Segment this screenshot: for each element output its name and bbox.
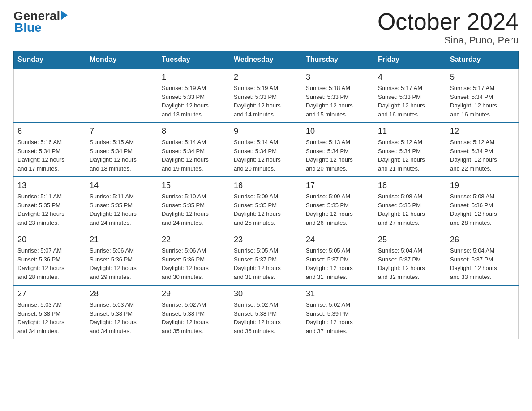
calendar-cell [14,68,86,123]
calendar-week-row: 6Sunrise: 5:16 AM Sunset: 5:34 PM Daylig… [14,123,519,177]
day-info: Sunrise: 5:09 AM Sunset: 5:35 PM Dayligh… [306,192,370,227]
calendar-cell: 4Sunrise: 5:17 AM Sunset: 5:33 PM Daylig… [374,68,446,123]
calendar-header-sunday: Sunday [14,51,86,69]
day-number: 25 [378,235,442,244]
day-info: Sunrise: 5:02 AM Sunset: 5:38 PM Dayligh… [234,300,298,335]
calendar-header-saturday: Saturday [446,51,519,69]
day-number: 26 [450,235,515,244]
calendar-cell: 13Sunrise: 5:11 AM Sunset: 5:35 PM Dayli… [14,177,86,231]
day-info: Sunrise: 5:07 AM Sunset: 5:36 PM Dayligh… [17,246,82,281]
day-number: 13 [17,181,82,190]
page-title: October 2024 [378,9,519,34]
day-number: 23 [234,235,298,244]
day-number: 31 [306,289,370,299]
calendar-header-row: SundayMondayTuesdayWednesdayThursdayFrid… [14,51,519,69]
calendar-cell: 19Sunrise: 5:08 AM Sunset: 5:36 PM Dayli… [446,177,519,231]
day-info: Sunrise: 5:05 AM Sunset: 5:37 PM Dayligh… [306,246,370,281]
day-info: Sunrise: 5:19 AM Sunset: 5:33 PM Dayligh… [162,84,226,119]
day-info: Sunrise: 5:03 AM Sunset: 5:38 PM Dayligh… [17,300,82,335]
calendar-cell: 10Sunrise: 5:13 AM Sunset: 5:34 PM Dayli… [302,123,374,177]
calendar-cell: 3Sunrise: 5:18 AM Sunset: 5:33 PM Daylig… [302,68,374,123]
day-info: Sunrise: 5:15 AM Sunset: 5:34 PM Dayligh… [90,138,154,173]
header: General Blue October 2024 Sina, Puno, Pe… [13,9,519,46]
calendar-cell [86,68,158,123]
day-info: Sunrise: 5:11 AM Sunset: 5:35 PM Dayligh… [17,192,82,227]
calendar-cell: 23Sunrise: 5:05 AM Sunset: 5:37 PM Dayli… [230,231,302,285]
calendar-week-row: 27Sunrise: 5:03 AM Sunset: 5:38 PM Dayli… [14,285,519,339]
day-info: Sunrise: 5:14 AM Sunset: 5:34 PM Dayligh… [162,138,226,173]
day-number: 19 [450,181,515,190]
day-info: Sunrise: 5:12 AM Sunset: 5:34 PM Dayligh… [450,138,515,173]
day-number: 14 [90,181,154,190]
calendar-week-row: 13Sunrise: 5:11 AM Sunset: 5:35 PM Dayli… [14,177,519,231]
calendar-cell: 8Sunrise: 5:14 AM Sunset: 5:34 PM Daylig… [158,123,230,177]
day-info: Sunrise: 5:18 AM Sunset: 5:33 PM Dayligh… [306,84,370,119]
day-info: Sunrise: 5:17 AM Sunset: 5:33 PM Dayligh… [378,84,442,119]
day-info: Sunrise: 5:03 AM Sunset: 5:38 PM Dayligh… [90,300,154,335]
calendar-header-wednesday: Wednesday [230,51,302,69]
calendar-cell: 5Sunrise: 5:17 AM Sunset: 5:34 PM Daylig… [446,68,519,123]
day-number: 9 [234,127,298,136]
calendar-week-row: 20Sunrise: 5:07 AM Sunset: 5:36 PM Dayli… [14,231,519,285]
calendar-cell: 15Sunrise: 5:10 AM Sunset: 5:35 PM Dayli… [158,177,230,231]
day-number: 8 [162,127,226,136]
day-info: Sunrise: 5:02 AM Sunset: 5:39 PM Dayligh… [306,300,370,335]
day-info: Sunrise: 5:13 AM Sunset: 5:34 PM Dayligh… [306,138,370,173]
day-info: Sunrise: 5:05 AM Sunset: 5:37 PM Dayligh… [234,246,298,281]
logo: General Blue [13,9,68,35]
day-info: Sunrise: 5:12 AM Sunset: 5:34 PM Dayligh… [378,138,442,173]
day-number: 28 [90,289,154,299]
calendar-cell: 20Sunrise: 5:07 AM Sunset: 5:36 PM Dayli… [14,231,86,285]
calendar-header-thursday: Thursday [302,51,374,69]
calendar-cell: 18Sunrise: 5:08 AM Sunset: 5:35 PM Dayli… [374,177,446,231]
calendar-week-row: 1Sunrise: 5:19 AM Sunset: 5:33 PM Daylig… [14,68,519,123]
calendar-cell: 21Sunrise: 5:06 AM Sunset: 5:36 PM Dayli… [86,231,158,285]
calendar-cell: 11Sunrise: 5:12 AM Sunset: 5:34 PM Dayli… [374,123,446,177]
calendar-cell: 28Sunrise: 5:03 AM Sunset: 5:38 PM Dayli… [86,285,158,339]
day-number: 3 [306,73,370,82]
day-info: Sunrise: 5:04 AM Sunset: 5:37 PM Dayligh… [450,246,515,281]
day-number: 5 [450,73,515,82]
day-info: Sunrise: 5:19 AM Sunset: 5:33 PM Dayligh… [234,84,298,119]
day-number: 16 [234,181,298,190]
calendar-cell [374,285,446,339]
day-number: 20 [17,235,82,244]
day-number: 2 [234,73,298,82]
day-info: Sunrise: 5:04 AM Sunset: 5:37 PM Dayligh… [378,246,442,281]
calendar-cell: 31Sunrise: 5:02 AM Sunset: 5:39 PM Dayli… [302,285,374,339]
calendar-header-tuesday: Tuesday [158,51,230,69]
day-number: 7 [90,127,154,136]
calendar-cell: 17Sunrise: 5:09 AM Sunset: 5:35 PM Dayli… [302,177,374,231]
logo-arrow-icon [61,11,68,20]
day-info: Sunrise: 5:11 AM Sunset: 5:35 PM Dayligh… [90,192,154,227]
day-number: 29 [162,289,226,299]
day-info: Sunrise: 5:16 AM Sunset: 5:34 PM Dayligh… [17,138,82,173]
calendar-cell: 24Sunrise: 5:05 AM Sunset: 5:37 PM Dayli… [302,231,374,285]
calendar-cell: 22Sunrise: 5:06 AM Sunset: 5:36 PM Dayli… [158,231,230,285]
calendar-table: SundayMondayTuesdayWednesdayThursdayFrid… [13,51,519,339]
day-number: 18 [378,181,442,190]
calendar-cell: 25Sunrise: 5:04 AM Sunset: 5:37 PM Dayli… [374,231,446,285]
page-subtitle: Sina, Puno, Peru [378,34,519,46]
calendar-cell: 1Sunrise: 5:19 AM Sunset: 5:33 PM Daylig… [158,68,230,123]
day-info: Sunrise: 5:06 AM Sunset: 5:36 PM Dayligh… [90,246,154,281]
calendar-header-friday: Friday [374,51,446,69]
day-info: Sunrise: 5:02 AM Sunset: 5:38 PM Dayligh… [162,300,226,335]
day-number: 12 [450,127,515,136]
day-number: 24 [306,235,370,244]
day-info: Sunrise: 5:09 AM Sunset: 5:35 PM Dayligh… [234,192,298,227]
day-info: Sunrise: 5:14 AM Sunset: 5:34 PM Dayligh… [234,138,298,173]
calendar-cell: 9Sunrise: 5:14 AM Sunset: 5:34 PM Daylig… [230,123,302,177]
calendar-cell: 26Sunrise: 5:04 AM Sunset: 5:37 PM Dayli… [446,231,519,285]
calendar-cell: 12Sunrise: 5:12 AM Sunset: 5:34 PM Dayli… [446,123,519,177]
day-number: 17 [306,181,370,190]
day-number: 11 [378,127,442,136]
page-container: General Blue October 2024 Sina, Puno, Pe… [0,0,532,348]
day-number: 22 [162,235,226,244]
day-number: 4 [378,73,442,82]
day-info: Sunrise: 5:06 AM Sunset: 5:36 PM Dayligh… [162,246,226,281]
day-info: Sunrise: 5:10 AM Sunset: 5:35 PM Dayligh… [162,192,226,227]
calendar-cell [446,285,519,339]
calendar-cell: 7Sunrise: 5:15 AM Sunset: 5:34 PM Daylig… [86,123,158,177]
day-number: 27 [17,289,82,299]
